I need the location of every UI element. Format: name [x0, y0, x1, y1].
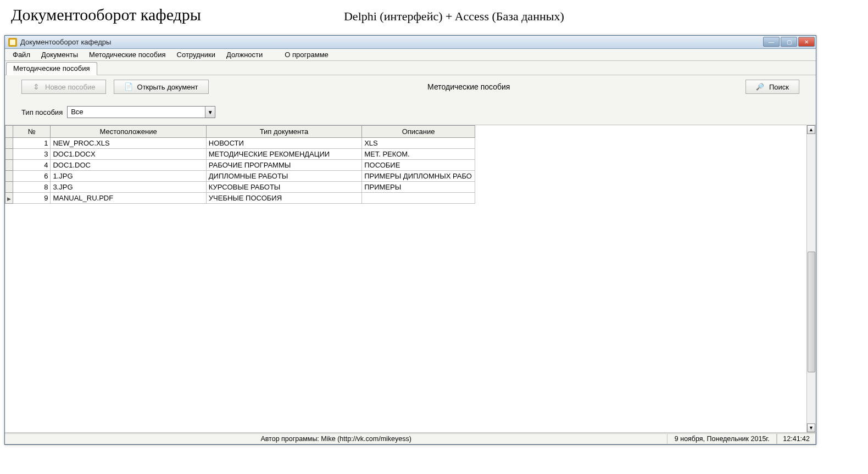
table-row[interactable]: 4DOC1.DOCРАБОЧИЕ ПРОГРАММЫПОСОБИЕ: [5, 160, 475, 171]
menu-staff[interactable]: Сотрудники: [171, 49, 221, 60]
type-filter-label: Тип пособия: [21, 108, 63, 116]
search-label: Поиск: [769, 83, 789, 91]
menu-file[interactable]: Файл: [7, 49, 36, 60]
cell-location[interactable]: DOC1.DOC: [51, 160, 206, 171]
row-header-blank: [5, 126, 13, 138]
cell-location[interactable]: 1.JPG: [51, 171, 206, 182]
menu-positions[interactable]: Должности: [221, 49, 268, 60]
row-indicator: [5, 149, 13, 160]
search-icon: [756, 82, 765, 91]
table-row[interactable]: 9MANUAL_RU.PDFУЧЕБНЫЕ ПОСОБИЯРЕКОМЕНДАЦИ…: [5, 193, 475, 204]
page-title: Документооборот кафедры: [11, 5, 201, 24]
col-header-doctype[interactable]: Тип документа: [206, 126, 361, 138]
cell-descr[interactable]: РЕКОМЕНДАЦИИ: [362, 193, 475, 204]
cell-descr[interactable]: ПРИМЕРЫ ДИПЛОМНЫХ РАБО: [362, 171, 475, 182]
cell-location[interactable]: DOC1.DOCX: [51, 149, 206, 160]
col-header-descr[interactable]: Описание: [362, 126, 475, 138]
cell-descr[interactable]: ПРИМЕРЫ: [362, 182, 475, 193]
row-indicator: [5, 171, 13, 182]
cell-location[interactable]: 3.JPG: [51, 182, 206, 193]
cell-descr[interactable]: XLS: [362, 138, 475, 149]
menubar: Файл Документы Методические пособия Сотр…: [5, 49, 816, 61]
grid-area: № Местоположение Тип документа Описание …: [5, 125, 816, 432]
cell-doctype[interactable]: НОВОСТИ: [206, 138, 361, 149]
table-row[interactable]: 61.JPGДИПЛОМНЫЕ РАБОТЫПРИМЕРЫ ДИПЛОМНЫХ …: [5, 171, 475, 182]
scroll-up-icon[interactable]: ▲: [807, 125, 815, 134]
cell-location[interactable]: NEW_PROC.XLS: [51, 138, 206, 149]
cell-doctype[interactable]: РАБОЧИЕ ПРОГРАММЫ: [206, 160, 361, 171]
tab-manuals[interactable]: Методические пособия: [6, 62, 97, 75]
cell-num[interactable]: 9: [13, 193, 51, 204]
col-header-location[interactable]: Местоположение: [51, 126, 206, 138]
page-header: Документооборот кафедры Delphi (интерфей…: [0, 0, 868, 33]
open-doc-icon: [124, 82, 133, 91]
row-indicator: [5, 160, 13, 171]
cell-doctype[interactable]: УЧЕБНЫЕ ПОСОБИЯ: [206, 193, 361, 204]
window-controls: — ▢ ✕: [762, 37, 815, 48]
status-date: 9 ноября, Понедельник 2015г.: [667, 433, 777, 444]
cell-descr[interactable]: МЕТ. РЕКОМ.: [362, 149, 475, 160]
open-document-button[interactable]: Открыть документ: [114, 80, 209, 94]
type-filter-select[interactable]: Все ▼: [67, 106, 215, 118]
open-document-label: Открыть документ: [137, 83, 198, 91]
menu-manuals[interactable]: Методические пособия: [84, 49, 171, 60]
page-subtitle: Delphi (интерфейс) + Access (База данных…: [344, 9, 564, 24]
scroll-down-icon[interactable]: ▼: [807, 423, 815, 432]
cell-num[interactable]: 3: [13, 149, 51, 160]
table-row[interactable]: 83.JPGКУРСОВЫЕ РАБОТЫПРИМЕРЫ: [5, 182, 475, 193]
titlebar-text: Документооборот кафедры: [20, 38, 111, 46]
menu-documents[interactable]: Документы: [36, 49, 84, 60]
app-window: Документооборот кафедры — ▢ ✕ Файл Докум…: [4, 35, 816, 445]
cell-doctype[interactable]: КУРСОВЫЕ РАБОТЫ: [206, 182, 361, 193]
titlebar: Документооборот кафедры — ▢ ✕: [5, 36, 816, 49]
menu-about[interactable]: О программе: [279, 49, 334, 60]
cell-location[interactable]: MANUAL_RU.PDF: [51, 193, 206, 204]
row-indicator: [5, 182, 13, 193]
status-author: Автор программы: Mike (http://vk.com/mik…: [5, 433, 667, 444]
status-time: 12:41:42: [777, 433, 816, 444]
maximize-button[interactable]: ▢: [781, 37, 797, 47]
grid-body[interactable]: № Местоположение Тип документа Описание …: [5, 125, 806, 432]
chevron-down-icon: ▼: [205, 107, 215, 118]
type-filter-value: Все: [68, 107, 205, 118]
new-doc-icon: [32, 82, 41, 91]
tab-strip: Методические пособия: [5, 61, 816, 75]
panel-heading: Методические пособия: [427, 82, 526, 91]
scroll-thumb[interactable]: [808, 252, 815, 372]
cell-num[interactable]: 6: [13, 171, 51, 182]
cell-num[interactable]: 4: [13, 160, 51, 171]
vertical-scrollbar[interactable]: ▲ ▼: [806, 125, 816, 432]
statusbar: Автор программы: Mike (http://vk.com/mik…: [5, 432, 816, 444]
cell-num[interactable]: 1: [13, 138, 51, 149]
close-button[interactable]: ✕: [798, 37, 815, 47]
cell-doctype[interactable]: ДИПЛОМНЫЕ РАБОТЫ: [206, 171, 361, 182]
cell-doctype[interactable]: МЕТОДИЧЕСКИЕ РЕКОМЕНДАЦИИ: [206, 149, 361, 160]
row-indicator: [5, 193, 13, 204]
col-header-num[interactable]: №: [13, 126, 51, 138]
minimize-button[interactable]: —: [763, 37, 780, 47]
row-indicator: [5, 138, 13, 149]
table-row[interactable]: 1NEW_PROC.XLSНОВОСТИXLS: [5, 138, 475, 149]
app-icon: [8, 38, 17, 47]
cell-descr[interactable]: ПОСОБИЕ: [362, 160, 475, 171]
documents-table[interactable]: № Местоположение Тип документа Описание …: [5, 125, 475, 204]
new-manual-label: Новое пособие: [45, 83, 96, 91]
cell-num[interactable]: 8: [13, 182, 51, 193]
table-row[interactable]: 3DOC1.DOCXМЕТОДИЧЕСКИЕ РЕКОМЕНДАЦИИМЕТ. …: [5, 149, 475, 160]
new-manual-button[interactable]: Новое пособие: [21, 80, 106, 94]
search-button[interactable]: Поиск: [745, 80, 799, 94]
toolbar: Новое пособие Открыть документ Методичес…: [5, 75, 816, 125]
